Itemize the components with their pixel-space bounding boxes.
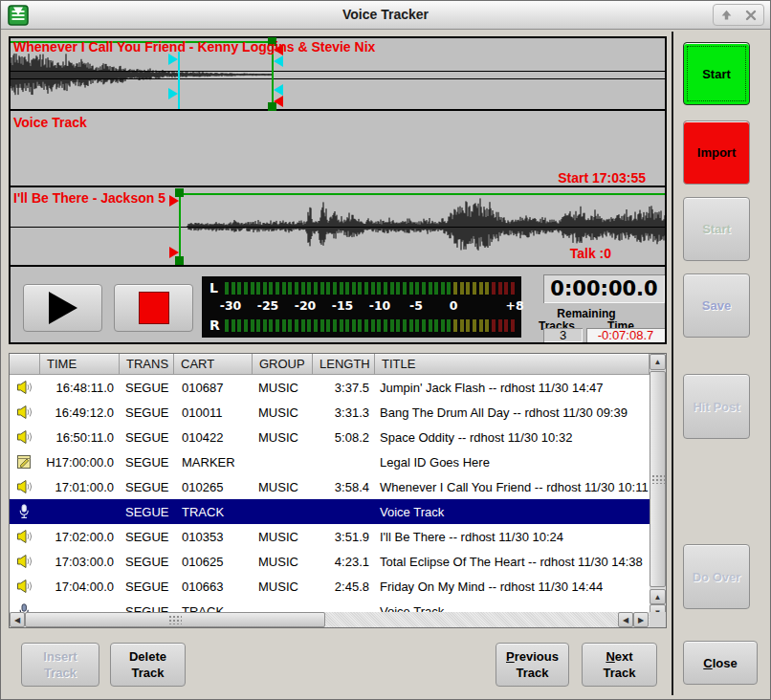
log-header-time[interactable]: TIME xyxy=(40,354,120,375)
hit-post-button[interactable]: Hit Post xyxy=(683,374,750,439)
event-type-icon-cell xyxy=(10,579,40,594)
close-button[interactable]: Close xyxy=(683,641,758,685)
speaker-icon xyxy=(16,380,33,395)
track3-start-line[interactable] xyxy=(179,193,181,264)
microphone-icon xyxy=(16,603,32,612)
window-title: Voice Tracker xyxy=(1,7,770,22)
track1-segue-start-line[interactable] xyxy=(178,52,180,109)
log-header-group[interactable]: GROUP xyxy=(253,354,313,375)
previous-track-button[interactable]: PreviousTrack xyxy=(496,643,569,687)
cell-trans: SEGUE xyxy=(120,505,174,519)
cell-cart: 010687 xyxy=(174,381,253,395)
horizontal-scrollbar[interactable]: ◀ ◀ ▶ xyxy=(10,612,650,627)
scrollbar-corner xyxy=(650,612,666,627)
cell-title: Voice Track xyxy=(375,505,650,519)
event-type-icon-cell xyxy=(10,603,40,612)
cell-cart: 010353 xyxy=(174,530,253,544)
cell-trans: SEGUE xyxy=(120,480,174,494)
track3-level-line xyxy=(179,193,665,195)
scroll-right-button[interactable]: ▶ xyxy=(633,612,649,627)
remaining-tracks-value: 3 xyxy=(543,328,583,342)
cell-length: 3:31.3 xyxy=(313,405,375,420)
cell-title: Jumpin' Jack Flash -- rdhost 11/30 14:47 xyxy=(375,381,650,395)
cell-group: MUSIC xyxy=(253,480,313,494)
log-row[interactable]: SEGUETRACKVoice Track xyxy=(10,599,650,612)
log-header-icon[interactable] xyxy=(10,354,40,375)
cell-time: 16:49:12.0 xyxy=(40,405,120,420)
log-row[interactable]: 17:01:00.0SEGUE010265MUSIC3:58.4Whenever… xyxy=(10,474,650,499)
log-row[interactable]: 17:04:00.0SEGUE010663MUSIC2:45.8Friday O… xyxy=(10,574,650,599)
cell-length: 4:23.1 xyxy=(313,555,375,569)
cell-time: 17:01:00.0 xyxy=(40,480,120,494)
event-type-icon-cell xyxy=(10,380,40,395)
level-meter: L -30-25-20-15-10-50+8 R xyxy=(202,276,521,338)
meter-right-segments xyxy=(225,319,518,332)
stop-button[interactable] xyxy=(114,284,193,332)
track3-title: I'll Be There - Jackson 5 xyxy=(13,190,165,206)
meter-scale: -30-25-20-15-10-50+8 xyxy=(202,298,521,316)
cell-title: Legal ID Goes Here xyxy=(375,455,650,470)
save-button[interactable]: Save xyxy=(683,273,750,338)
cell-length: 3:51.9 xyxy=(313,530,375,544)
log-row[interactable]: 16:50:11.0SEGUE010422MUSIC5:08.2Space Od… xyxy=(10,425,650,449)
shade-arrow-icon xyxy=(720,9,733,21)
track3-start-marker-bottom[interactable] xyxy=(169,247,179,258)
cell-time: 16:48:11.0 xyxy=(40,381,120,395)
segue-end-marker-top[interactable] xyxy=(274,55,283,67)
scroll-left-button[interactable]: ◀ xyxy=(10,612,25,627)
waveform1-centerline xyxy=(11,78,665,79)
meter-left-label: L xyxy=(209,280,218,295)
log-row[interactable]: 16:48:11.0SEGUE010687MUSIC3:37.5Jumpin' … xyxy=(10,375,650,400)
close-window-button[interactable] xyxy=(738,5,763,25)
next-track-button[interactable]: NextTrack xyxy=(582,643,657,687)
do-over-button[interactable]: Do Over xyxy=(683,544,750,609)
log-row[interactable]: SEGUETRACKVoice Track xyxy=(10,499,650,524)
cell-title: Space Oddity -- rdhost 11/30 10:32 xyxy=(375,430,650,445)
log-header-length[interactable]: LENGTH xyxy=(313,354,375,375)
segue-end-marker-bottom[interactable] xyxy=(274,84,283,96)
cell-cart: 010011 xyxy=(174,405,253,420)
log-row[interactable]: H17:00:00.0SEGUEMARKERLegal ID Goes Here xyxy=(10,449,650,474)
scroll-up-button-2[interactable]: ▲ xyxy=(650,589,666,604)
event-type-icon-cell xyxy=(10,529,40,544)
delete-track-button[interactable]: DeleteTrack xyxy=(110,643,186,687)
segue-start-marker-bottom[interactable] xyxy=(168,88,178,99)
track2-title: Voice Track xyxy=(13,115,87,130)
log-header-cart[interactable]: CART xyxy=(174,354,253,375)
start-record-button[interactable]: Start xyxy=(683,42,750,105)
play-button[interactable] xyxy=(23,284,102,332)
cell-cart: 010625 xyxy=(174,555,253,569)
import-button[interactable]: Import xyxy=(683,120,750,185)
waveform3-centerline xyxy=(11,227,665,228)
cell-title: Whenever I Call You Friend -- rdhost 11/… xyxy=(375,480,650,494)
event-type-icon-cell xyxy=(10,429,40,445)
log-row[interactable]: 16:49:12.0SEGUE010011MUSIC3:31.3Bang The… xyxy=(10,400,650,425)
shade-window-button[interactable] xyxy=(714,5,738,25)
log-header-title[interactable]: TITLE xyxy=(375,354,650,375)
cell-cart: MARKER xyxy=(174,455,253,470)
speaker-icon xyxy=(16,479,33,494)
waveform1-line xyxy=(11,71,665,72)
cell-time: H17:00:00.0 xyxy=(40,455,120,470)
horizontal-scroll-thumb[interactable] xyxy=(25,612,325,627)
speaker-icon xyxy=(16,529,33,544)
scroll-up-button[interactable]: ▲ xyxy=(650,354,666,370)
track3-start-marker-top[interactable] xyxy=(169,195,179,207)
start-play-button[interactable]: Start xyxy=(683,197,750,261)
titlebar[interactable]: Voice Tracker xyxy=(1,1,770,30)
insert-track-button[interactable]: InsertTrack xyxy=(21,643,99,687)
log-row[interactable]: 17:02:00.0SEGUE010353MUSIC3:51.9I'll Be … xyxy=(10,524,650,549)
event-type-icon-cell xyxy=(10,504,40,519)
log-header-trans[interactable]: TRANS xyxy=(120,354,174,375)
cell-title: I'll Be There -- rdhost 11/30 10:24 xyxy=(375,530,650,544)
vertical-scroll-thumb[interactable] xyxy=(650,371,666,587)
track1-end-marker-bottom[interactable] xyxy=(274,96,283,107)
right-panel-separator xyxy=(672,32,673,695)
log-row[interactable]: 17:03:00.0SEGUE010625MUSIC4:23.1Total Ec… xyxy=(10,549,650,574)
meter-right-label: R xyxy=(209,317,220,333)
vertical-scrollbar[interactable]: ▲ ▲ ▼ xyxy=(650,354,666,622)
scroll-left-button-2[interactable]: ◀ xyxy=(618,612,633,627)
segue-start-marker-top[interactable] xyxy=(168,54,178,65)
cell-cart: 010663 xyxy=(174,580,253,594)
cell-group: MUSIC xyxy=(253,430,313,445)
